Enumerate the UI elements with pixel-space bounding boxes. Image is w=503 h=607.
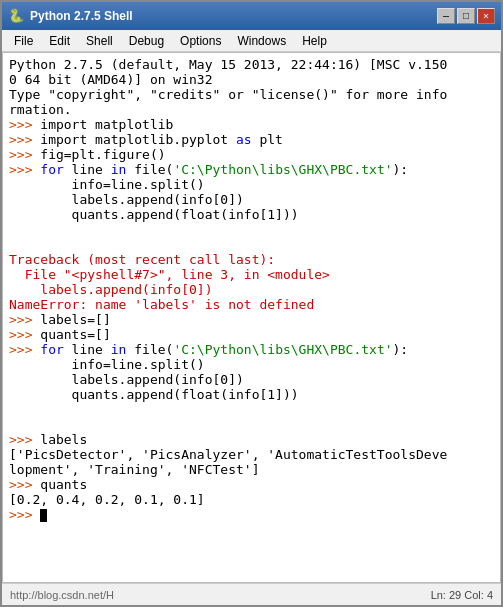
minimize-button[interactable]: —: [437, 8, 455, 24]
window-title: Python 2.7.5 Shell: [30, 9, 133, 23]
menu-help[interactable]: Help: [294, 32, 335, 50]
python-icon: 🐍: [8, 8, 24, 24]
shell-wrapper: Python 2.7.5 (default, May 15 2013, 22:4…: [2, 52, 501, 583]
watermark-text: http://blog.csdn.net/H: [10, 589, 114, 601]
menubar: File Edit Shell Debug Options Windows He…: [2, 30, 501, 52]
menu-file[interactable]: File: [6, 32, 41, 50]
title-bar: 🐍 Python 2.7.5 Shell — □ ✕: [2, 2, 501, 30]
position-indicator: Ln: 29 Col: 4: [431, 589, 493, 601]
shell-output: Python 2.7.5 (default, May 15 2013, 22:4…: [9, 57, 494, 522]
python-shell-window: 🐍 Python 2.7.5 Shell — □ ✕ File Edit She…: [0, 0, 503, 607]
status-bar: http://blog.csdn.net/H Ln: 29 Col: 4: [2, 583, 501, 605]
menu-shell[interactable]: Shell: [78, 32, 121, 50]
menu-edit[interactable]: Edit: [41, 32, 78, 50]
title-bar-left: 🐍 Python 2.7.5 Shell: [8, 8, 133, 24]
shell-content[interactable]: Python 2.7.5 (default, May 15 2013, 22:4…: [2, 52, 501, 583]
maximize-button[interactable]: □: [457, 8, 475, 24]
close-button[interactable]: ✕: [477, 8, 495, 24]
menu-debug[interactable]: Debug: [121, 32, 172, 50]
menu-options[interactable]: Options: [172, 32, 229, 50]
menu-windows[interactable]: Windows: [229, 32, 294, 50]
window-controls: — □ ✕: [437, 8, 495, 24]
